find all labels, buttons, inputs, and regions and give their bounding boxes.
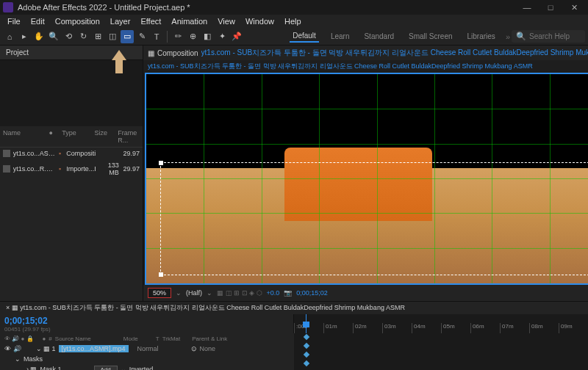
mask-item[interactable]: › ▦Mask 1 Add ⌄ Inverted [0,364,294,370]
workspace-learn[interactable]: Learn [328,31,353,42]
comp-tab[interactable]: Composition [157,49,198,57]
comp-title: yt1s.com - SUB치즈가득 두툼한 - 돌면 먹방 새우튀김까지 리얼… [201,48,588,58]
menu-window[interactable]: Window [241,15,279,27]
menu-help[interactable]: Help [280,15,306,27]
puppet-tool[interactable]: 📌 [230,30,243,43]
hand-tool[interactable]: ✋ [32,30,46,43]
search-icon: 🔍 [516,32,526,41]
current-time[interactable]: 0;00;15;02 [4,316,289,326]
selection-tool[interactable]: ▸ [18,30,31,43]
comp-breadcrumb[interactable]: yt1s.com - SUB치즈가득 두툼한 - 돌면 먹방 새우튀김까지 리얼… [143,60,588,73]
search-help[interactable]: 🔍 [512,30,585,43]
close-button[interactable]: ✕ [563,1,585,14]
tutorial-arrow [112,50,126,73]
rotation-tool[interactable]: ↻ [76,30,90,43]
app-logo [3,2,13,12]
workspace-standard[interactable]: Standard [361,31,397,42]
search-input[interactable] [529,32,581,40]
zoom-dropdown[interactable]: 50% [148,288,171,298]
rectangle-tool[interactable]: ▭ [121,30,134,43]
timeline-track-area[interactable] [294,333,588,370]
project-item[interactable]: yt1s.co...R.mp4▪Importe...EX133 MB29.97 [0,159,143,178]
col-name[interactable]: Name [3,129,40,144]
tag-icon: ● [49,129,54,144]
rotation-value[interactable]: +0.0 [267,289,280,297]
clone-tool[interactable]: ⊕ [186,30,199,43]
col-size[interactable]: Size [94,129,109,144]
mask-selection[interactable] [160,162,588,275]
zoom-tool[interactable]: 🔍 [47,30,60,43]
type-tool[interactable]: T [150,30,163,43]
pen-tool[interactable]: ✎ [135,30,148,43]
masks-group[interactable]: ⌄Masks [0,354,294,364]
roto-tool[interactable]: ✦ [215,30,229,43]
composition-viewer[interactable] [145,73,588,285]
playhead[interactable] [306,314,306,333]
frame-info: 00451 (29.97 fps) [4,326,289,333]
menu-animation[interactable]: Animation [167,15,212,27]
menu-edit[interactable]: Edit [26,15,49,27]
workspace-small-screen[interactable]: Small Screen [406,31,455,42]
brush-tool[interactable]: ✏ [171,30,184,43]
pan-behind-tool[interactable]: ◫ [106,30,119,43]
maximize-button[interactable]: □ [539,1,562,14]
window-title: Adobe After Effects 2022 - Untitled Proj… [18,3,516,12]
timeline-tab[interactable]: × ▦ yt1s.com - SUB치즈가득 두툼한 - 돌면 먹방 새우튀김까… [6,304,405,311]
eraser-tool[interactable]: ◧ [201,30,214,43]
menu-file[interactable]: File [3,15,25,27]
timecode-display[interactable]: 0;00;15;02 [296,289,328,297]
layer-name[interactable]: [yt1s.co...ASMR].mp4 [59,345,129,352]
menu-view[interactable]: View [213,15,240,27]
camera-tool[interactable]: ⊞ [91,30,104,43]
workspace-default[interactable]: Default [290,30,319,43]
menu-composition[interactable]: Composition [51,15,104,27]
workspace-libraries[interactable]: Libraries [465,31,498,42]
menu-layer[interactable]: Layer [106,15,135,27]
orbit-tool[interactable]: ⟲ [62,30,75,43]
home-tool[interactable]: ⌂ [3,30,16,43]
minimize-button[interactable]: — [516,1,538,14]
col-type[interactable]: Type [62,129,85,144]
mask-mode-dropdown[interactable]: Add [94,366,118,371]
project-item[interactable]: yt1s.co...ASMR▪Composition29.97 [0,148,143,159]
col-frame[interactable]: Frame R... [118,129,140,144]
menu-effect[interactable]: Effect [136,15,165,27]
resolution-dropdown[interactable]: (Half) [186,289,202,297]
comp-icon: ▦ [148,49,154,57]
layer-row[interactable]: 👁 🔊⌄ ▦ 1 [yt1s.co...ASMR].mp4 Normal ⊙ N… [0,344,294,354]
